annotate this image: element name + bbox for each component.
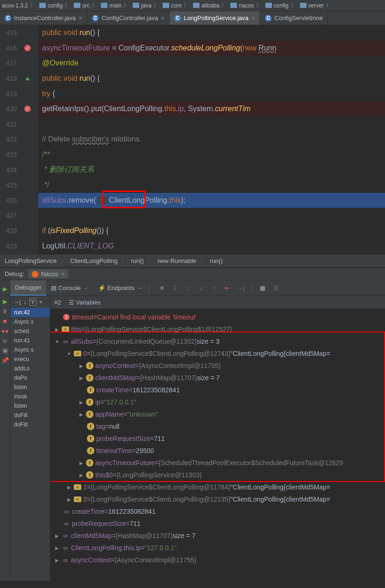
crumb[interactable]: server 〉 [298, 1, 333, 9]
crumb[interactable]: alibaba 〉 [191, 1, 229, 9]
crumb[interactable]: com 〉 [161, 1, 191, 9]
layout-icon[interactable]: ▣ [2, 347, 8, 354]
step-over-icon[interactable]: ⤵ [171, 284, 179, 292]
drop-frame-icon[interactable]: ⇤ [223, 284, 232, 292]
expand-icon[interactable]: ▶ [78, 473, 84, 478]
expand-icon[interactable]: ▶ [78, 363, 84, 368]
frame-item[interactable]: sched [10, 326, 50, 336]
expand-icon[interactable]: ▶ [78, 460, 84, 466]
frame-item[interactable]: doFilt [10, 411, 50, 420]
crumb[interactable]: nacos 〉 [228, 1, 263, 9]
stop-icon[interactable]: ■ [3, 318, 7, 325]
expand-icon[interactable]: ▶ [54, 558, 60, 563]
field-icon: f [86, 362, 93, 369]
pin-icon[interactable]: 📌 [1, 357, 9, 364]
code-editor[interactable]: 415 416 417 418 419 420 421 422 423 424 … [0, 25, 385, 254]
frame-item[interactable]: Async s [10, 345, 50, 354]
expand-icon[interactable]: ▶ [78, 412, 84, 417]
line-number: 420 [0, 105, 19, 113]
run-to-cursor-icon[interactable]: →| [236, 284, 245, 292]
close-icon[interactable]: × [251, 14, 255, 22]
tab-instance-controller[interactable]: CInstanceController.java× [0, 11, 87, 25]
folder-icon [74, 3, 80, 8]
expand-icon[interactable]: ▶ [66, 497, 72, 502]
tab-long-polling-service[interactable]: CLongPollingService.java× [170, 11, 260, 25]
class-icon: C [174, 15, 181, 21]
class-icon: C [92, 15, 99, 21]
threads-icon[interactable]: →| [13, 298, 21, 305]
collapse-icon[interactable]: ▼ [54, 339, 60, 344]
gutter[interactable]: 415 416 417 418 419 420 421 422 423 424 … [0, 25, 38, 254]
frame-item[interactable]: addLo [10, 364, 50, 373]
step-into-icon[interactable]: ↓ [184, 284, 192, 292]
override-up-icon[interactable] [25, 77, 30, 80]
close-icon[interactable]: × [61, 270, 65, 277]
expand-icon[interactable]: ▶ [66, 485, 72, 490]
variables-panel: ≡2 ☰ Variables !timeout = Cannot find lo… [50, 296, 385, 581]
frame-item[interactable]: listen [10, 383, 50, 392]
frames-tab-icon[interactable]: ≡2 [54, 299, 61, 306]
crumb[interactable]: main 〉 [99, 1, 131, 9]
resume-icon[interactable]: ▶ [3, 298, 7, 305]
expand-icon[interactable]: ▶ [54, 533, 60, 538]
folder-icon [101, 3, 107, 8]
frame-item[interactable]: invok [10, 392, 50, 401]
debug-config-tab[interactable]: Nacos × [28, 269, 68, 278]
line-number: 429 [0, 242, 19, 250]
frame-item[interactable]: Async s [10, 317, 50, 326]
frame-item[interactable]: run:42 [10, 308, 50, 317]
object-icon: ≡ [62, 326, 69, 332]
tab-config-servlet[interactable]: CConfigServletInne [260, 11, 328, 25]
debug-left-tools: ▶ ⏸ ■ ●● ⊘ ▣ 📌 [0, 296, 10, 581]
breakpoint-icon[interactable] [24, 106, 31, 112]
breakpoints-icon[interactable]: ●● [1, 327, 9, 334]
expand-icon[interactable]: ▶ [54, 327, 60, 332]
frame-item[interactable]: doPo [10, 373, 50, 383]
line-number: 426 [0, 197, 19, 204]
frame-item[interactable]: listen [10, 401, 50, 411]
evaluate-icon[interactable]: ▦ [258, 284, 267, 292]
frame-item[interactable]: run:41 [10, 336, 50, 345]
watch-icon [62, 544, 69, 552]
force-step-into-icon[interactable]: ↓ [197, 284, 206, 292]
crumb[interactable]: config 〉 [37, 1, 72, 9]
crumb[interactable]: src 〉 [72, 1, 99, 9]
pause-icon[interactable]: ⏸ [2, 308, 8, 315]
folder-icon [39, 3, 46, 8]
crumb[interactable]: run() [131, 257, 143, 264]
crumb[interactable]: config 〉 [264, 1, 298, 9]
expand-icon[interactable]: ▶ [78, 400, 84, 405]
line-number: 419 [0, 90, 19, 98]
code-area[interactable]: public void run() { asyncTimeoutFuture =… [38, 25, 385, 254]
frame-item[interactable]: execu [10, 354, 50, 364]
frame-item[interactable]: doFilt [10, 420, 50, 429]
mute-bp-icon[interactable]: ⊘ [2, 337, 7, 344]
show-execution-point-icon[interactable]: ≡ [158, 284, 166, 292]
crumb[interactable]: acos-1.3.2 〉 [0, 1, 37, 9]
collapse-icon[interactable]: ▼ [66, 351, 72, 356]
breakpoint-icon[interactable] [24, 45, 31, 51]
expand-icon[interactable]: ▶ [54, 545, 60, 551]
crumb[interactable]: run() [210, 257, 222, 264]
step-out-icon[interactable]: ↑ [210, 284, 219, 292]
field-icon: f [87, 447, 94, 454]
tab-debugger[interactable]: Debugger [10, 280, 46, 296]
crumb[interactable]: LongPollingService [5, 257, 57, 264]
rerun-icon[interactable]: ▶ [3, 285, 7, 292]
frames-dropdown-icon[interactable]: ↓ [23, 298, 27, 305]
crumb[interactable]: new Runnable [157, 257, 196, 264]
filter-icon[interactable]: Y [29, 298, 36, 306]
crumb[interactable]: java 〉 [131, 1, 161, 9]
add-icon[interactable]: + [39, 298, 43, 305]
close-icon[interactable]: × [161, 14, 164, 22]
close-icon[interactable]: × [78, 14, 82, 22]
watch-icon [62, 556, 69, 564]
trace-icon[interactable]: ⇶ [271, 284, 280, 292]
tab-endpoints[interactable]: ⚡Endpoints→ [93, 280, 147, 296]
tab-config-controller[interactable]: CConfigController.java× [87, 11, 170, 25]
crumb[interactable]: ClientLongPolling [70, 257, 117, 264]
expand-icon[interactable]: ▶ [78, 375, 84, 381]
tab-console[interactable]: ▤Console→ [46, 280, 93, 296]
watch-icon [62, 338, 69, 345]
variables-tree[interactable]: !timeout = Cannot find local variable 't… [50, 309, 385, 568]
